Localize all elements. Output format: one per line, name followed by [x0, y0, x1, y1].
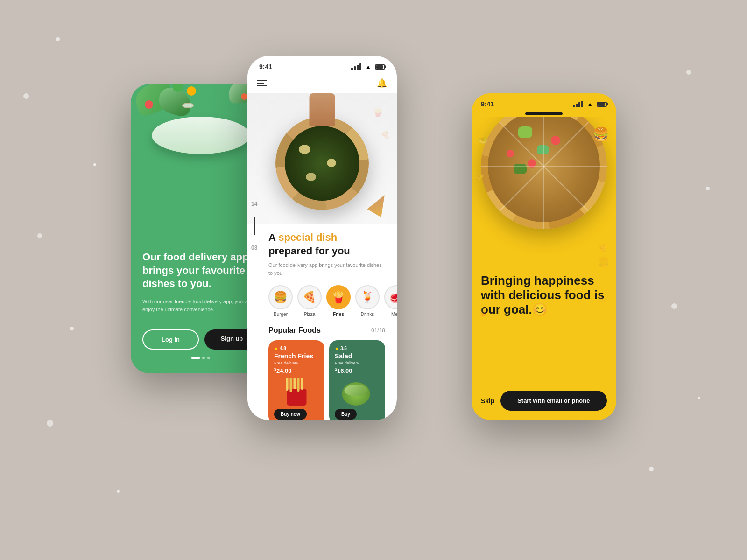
- salad-image: [342, 382, 373, 408]
- battery-icon-right: [597, 102, 607, 107]
- drinks-label: Drinks: [361, 312, 374, 317]
- dot-1: [191, 357, 200, 359]
- fries-rating: ★ 4.8: [274, 346, 319, 351]
- fries-label: Fries: [333, 312, 344, 317]
- pizza-tomato-1: [551, 136, 560, 145]
- nav-number-bottom: 03: [251, 245, 257, 251]
- drinks-icon-circle: 🍹: [355, 285, 380, 309]
- salad-delivery: Free delivery: [335, 361, 380, 365]
- salad-greens-small: [345, 385, 368, 396]
- category-pizza[interactable]: 🍕 Pizza: [297, 285, 322, 317]
- wifi-icon-right: ▲: [587, 101, 593, 108]
- category-burger[interactable]: 🍔 Burger: [268, 285, 293, 317]
- pizza-display: [275, 117, 369, 210]
- bar4: [359, 63, 361, 70]
- right-headline: Bringing happiness with delicious food i…: [481, 273, 607, 317]
- fry-4: [297, 378, 300, 392]
- hamburger-menu-button[interactable]: [257, 80, 267, 86]
- dot-2: [202, 357, 205, 359]
- right-deco-3: 🍟: [479, 308, 488, 317]
- slice-line-3: [543, 167, 544, 229]
- status-icons-right: ▲: [573, 101, 607, 108]
- fry-1: [286, 378, 289, 391]
- food-cards-row: ★ 4.8 French Fries Free delivery $24.00: [268, 340, 385, 420]
- pizza-herb-2: [537, 145, 549, 154]
- middle-main-content: A special dishprepared for you Our food …: [247, 224, 397, 420]
- battery-tip-right: [606, 103, 608, 105]
- middle-nav-header: 🔔: [247, 73, 397, 93]
- right-phone-footer: Skip Start with email or phone: [472, 381, 616, 420]
- left-phone-text-area: Our food delivery app brings your favour…: [142, 251, 259, 313]
- wifi-icon: ▲: [365, 63, 371, 70]
- food-deco-mid-left: 🌮: [476, 173, 484, 181]
- popular-foods-title: Popular Foods: [268, 326, 321, 335]
- time-right: 9:41: [481, 100, 494, 108]
- star-icon: ★: [274, 346, 278, 351]
- skip-button[interactable]: Skip: [481, 397, 495, 405]
- pizza-circle: [275, 117, 369, 210]
- right-deco-1: 🍔: [598, 257, 609, 268]
- start-button[interactable]: Start with email or phone: [500, 391, 607, 411]
- title-highlight: special dish: [278, 231, 337, 243]
- special-dish-description: Our food delivery app brings your favour…: [268, 261, 385, 277]
- onion-ring: [182, 103, 194, 108]
- food-deco-left: 🥗: [479, 136, 488, 145]
- fries-rating-num: 4.8: [280, 346, 286, 351]
- burger-icon-circle: 🍔: [268, 285, 293, 309]
- tomato-2: [241, 93, 247, 100]
- category-drinks[interactable]: 🍹 Drinks: [355, 285, 380, 317]
- salad-name: Salad: [335, 352, 380, 360]
- salad-card[interactable]: ★ 3.5 Salad Free delivery $16.00 Buy: [329, 340, 385, 420]
- signal-middle: [351, 63, 361, 70]
- popular-foods-count: 01/18: [371, 327, 385, 334]
- battery-icon: [375, 64, 385, 70]
- rbar2: [576, 104, 578, 107]
- fry-5: [301, 378, 303, 390]
- notification-bell-button[interactable]: 🔔: [376, 77, 388, 89]
- nav-number-top: 14: [251, 201, 257, 207]
- salad-buy-button[interactable]: Buy: [335, 409, 357, 420]
- meat-label: Meat: [391, 312, 397, 317]
- phone-right: 9:41 ▲: [472, 93, 616, 420]
- pizza-topping: [285, 126, 359, 201]
- rbar1: [573, 105, 575, 107]
- cheese-2: [327, 159, 336, 167]
- tomato-1: [145, 100, 153, 109]
- login-button[interactable]: Log in: [142, 329, 199, 350]
- fries-icon-circle: 🍟: [326, 285, 351, 309]
- battery-tip: [385, 66, 386, 68]
- menu-line-3: [257, 85, 267, 86]
- burger-label: Burger: [274, 312, 288, 317]
- fries-buy-button[interactable]: Buy now: [274, 409, 307, 420]
- vertical-nav: 14 03: [247, 196, 261, 256]
- salad-card-content: ★ 3.5 Salad Free delivery $16.00 Buy: [329, 340, 385, 420]
- dot-3: [207, 357, 210, 359]
- rbar3: [578, 102, 580, 107]
- salad-price: $16.00: [335, 367, 380, 374]
- fry-3: [294, 378, 296, 389]
- burger-deco-right: 🍔: [593, 126, 609, 142]
- salad-bowl-base: [152, 117, 250, 154]
- signal-right: [573, 101, 583, 107]
- french-fries-card[interactable]: ★ 4.8 French Fries Free delivery $24.00: [268, 340, 324, 420]
- fries-delivery: Free delivery: [274, 361, 319, 365]
- salad-rating: ★ 3.5: [335, 346, 380, 351]
- pizza-hero-image: 🍟 🍕: [247, 93, 397, 224]
- category-fries[interactable]: 🍟 Fries: [326, 285, 351, 317]
- auth-buttons: Log in Sign up: [142, 329, 259, 350]
- nav-line: [254, 217, 255, 235]
- pizza-hero-right: 🍔 🥗 🍕 🌮: [472, 117, 616, 266]
- pizza-herb-3: [514, 164, 527, 174]
- salad-rating-num: 3.5: [340, 346, 347, 351]
- pizza-right-main: [481, 117, 607, 229]
- salad-bowl-small: [342, 382, 370, 406]
- category-meat[interactable]: 🥩 Meat: [384, 285, 397, 317]
- slice-line-1: [544, 166, 607, 167]
- fries-price: $24.00: [274, 367, 319, 374]
- pizza-tomato-3: [507, 150, 514, 157]
- meat-icon-circle: 🥩: [384, 285, 397, 309]
- hand-holding-pizza: [310, 93, 335, 126]
- pizza-label: Pizza: [304, 312, 315, 317]
- olive: [187, 86, 196, 96]
- page-dots: [191, 357, 210, 359]
